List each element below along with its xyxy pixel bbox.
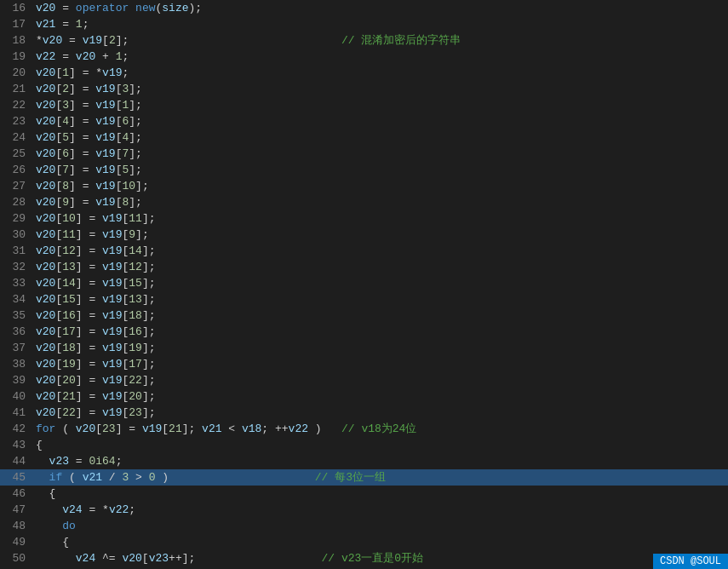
- table-row: 37v20[18] = v19[19];: [0, 340, 728, 356]
- line-number: 33: [0, 275, 32, 291]
- line-number: 41: [0, 405, 32, 421]
- line-number: 28: [0, 194, 32, 210]
- line-content: v20[4] = v19[6];: [32, 113, 728, 129]
- line-number: 17: [0, 16, 32, 32]
- line-content: v20[13] = v19[12];: [32, 259, 728, 275]
- line-content: v20 = operator new(size);: [32, 0, 728, 16]
- table-row: 46 {: [0, 486, 728, 502]
- table-row: 26v20[7] = v19[5];: [0, 162, 728, 178]
- line-number: 32: [0, 259, 32, 275]
- line-content: v23 = 0i64;: [32, 453, 728, 469]
- line-content: {: [32, 437, 728, 453]
- line-number: 16: [0, 0, 32, 16]
- line-number: 23: [0, 113, 32, 129]
- line-number: 49: [0, 534, 32, 550]
- line-number: 34: [0, 291, 32, 307]
- table-row: 28v20[9] = v19[8];: [0, 194, 728, 210]
- table-row: 39v20[20] = v19[22];: [0, 372, 728, 388]
- line-number: 35: [0, 307, 32, 324]
- table-row: 21v20[2] = v19[3];: [0, 81, 728, 97]
- table-row: 38v20[19] = v19[17];: [0, 356, 728, 372]
- line-number: 38: [0, 356, 32, 372]
- table-row: 16v20 = operator new(size);: [0, 0, 728, 16]
- line-number: 44: [0, 453, 32, 469]
- line-content: v21 = 1;: [32, 16, 728, 32]
- line-content: if ( v21 / 3 > 0 ) // 每3位一组: [32, 469, 728, 486]
- table-row: 45 if ( v21 / 3 > 0 ) // 每3位一组: [0, 469, 728, 486]
- line-content: v24 ^= v20[v23++]; // v23一直是0开始: [32, 550, 728, 566]
- line-content: v20[6] = v19[7];: [32, 146, 728, 162]
- table-row: 24v20[5] = v19[4];: [0, 129, 728, 146]
- line-number: 47: [0, 502, 32, 518]
- line-number: 19: [0, 49, 32, 65]
- line-content: v20[12] = v19[14];: [32, 243, 728, 259]
- line-content: do: [32, 518, 728, 534]
- line-content: v20[16] = v19[18];: [32, 307, 728, 324]
- line-content: v20[5] = v19[4];: [32, 129, 728, 146]
- line-content: {: [32, 534, 728, 550]
- table-row: 29v20[10] = v19[11];: [0, 210, 728, 227]
- line-content: v20[17] = v19[16];: [32, 324, 728, 340]
- line-number: 21: [0, 81, 32, 97]
- table-row: 35v20[16] = v19[18];: [0, 307, 728, 324]
- table-row: 48 do: [0, 518, 728, 534]
- line-number: 29: [0, 210, 32, 227]
- line-content: v20[8] = v19[10];: [32, 178, 728, 194]
- line-content: v20[9] = v19[8];: [32, 194, 728, 210]
- line-number: 50: [0, 550, 32, 566]
- line-content: v20[20] = v19[22];: [32, 372, 728, 388]
- line-content: v20[2] = v19[3];: [32, 81, 728, 97]
- table-row: 20v20[1] = *v19;: [0, 65, 728, 81]
- line-number: 31: [0, 243, 32, 259]
- code-container: 16v20 = operator new(size);17v21 = 1;18*…: [0, 0, 728, 569]
- line-number: 18: [0, 32, 32, 49]
- line-number: 24: [0, 129, 32, 146]
- table-row: 50 v24 ^= v20[v23++]; // v23一直是0开始: [0, 550, 728, 566]
- line-number: 26: [0, 162, 32, 178]
- line-number: 36: [0, 324, 32, 340]
- line-number: 25: [0, 146, 32, 162]
- table-row: 32v20[13] = v19[12];: [0, 259, 728, 275]
- line-content: v24 = *v22;: [32, 502, 728, 518]
- line-number: 37: [0, 340, 32, 356]
- table-row: 42for ( v20[23] = v19[21]; v21 < v18; ++…: [0, 421, 728, 437]
- table-row: 34v20[15] = v19[13];: [0, 291, 728, 307]
- line-content: for ( v20[23] = v19[21]; v21 < v18; ++v2…: [32, 421, 728, 437]
- line-content: {: [32, 486, 728, 502]
- line-number: 20: [0, 65, 32, 81]
- line-content: v20[14] = v19[15];: [32, 275, 728, 291]
- table-row: 41v20[22] = v19[23];: [0, 405, 728, 421]
- line-content: v20[18] = v19[19];: [32, 340, 728, 356]
- table-row: 25v20[6] = v19[7];: [0, 146, 728, 162]
- line-content: v20[22] = v19[23];: [32, 405, 728, 421]
- line-content: v20[10] = v19[11];: [32, 210, 728, 227]
- line-content: v20[19] = v19[17];: [32, 356, 728, 372]
- table-row: 17v21 = 1;: [0, 16, 728, 32]
- table-row: 49 {: [0, 534, 728, 550]
- line-number: 46: [0, 486, 32, 502]
- line-content: v20[7] = v19[5];: [32, 162, 728, 178]
- line-content: v20[11] = v19[9];: [32, 227, 728, 243]
- line-number: 30: [0, 227, 32, 243]
- line-number: 42: [0, 421, 32, 437]
- table-row: 18*v20 = v19[2]; // 混淆加密后的字符串: [0, 32, 728, 49]
- table-row: 40v20[21] = v19[20];: [0, 388, 728, 405]
- line-content: v20[3] = v19[1];: [32, 97, 728, 113]
- table-row: 33v20[14] = v19[15];: [0, 275, 728, 291]
- line-number: 22: [0, 97, 32, 113]
- table-row: 36v20[17] = v19[16];: [0, 324, 728, 340]
- line-content: *v20 = v19[2]; // 混淆加密后的字符串: [32, 32, 728, 49]
- line-content: v22 = v20 + 1;: [32, 49, 728, 65]
- table-row: 23v20[4] = v19[6];: [0, 113, 728, 129]
- table-row: 44 v23 = 0i64;: [0, 453, 728, 469]
- table-row: 22v20[3] = v19[1];: [0, 97, 728, 113]
- table-row: 43{: [0, 437, 728, 453]
- line-content: v20[15] = v19[13];: [32, 291, 728, 307]
- table-row: 27v20[8] = v19[10];: [0, 178, 728, 194]
- table-row: 30v20[11] = v19[9];: [0, 227, 728, 243]
- line-number: 40: [0, 388, 32, 405]
- line-number: 27: [0, 178, 32, 194]
- line-number: 43: [0, 437, 32, 453]
- line-number: 45: [0, 469, 32, 486]
- line-number: 39: [0, 372, 32, 388]
